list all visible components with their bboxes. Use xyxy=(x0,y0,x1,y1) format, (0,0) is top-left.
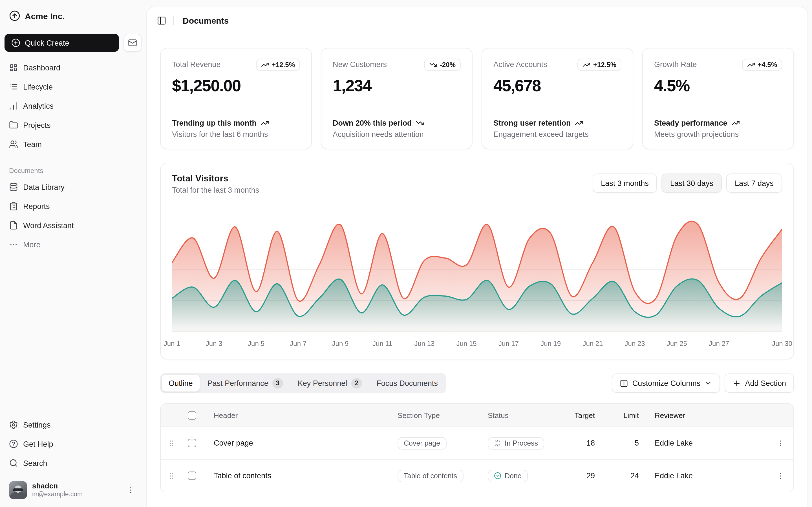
sidebar-item-search[interactable]: Search xyxy=(4,454,142,472)
user-email: m@example.com xyxy=(32,491,119,498)
sidebar-item-projects[interactable]: Projects xyxy=(4,116,142,134)
database-icon xyxy=(9,182,18,191)
user-name: shadcn xyxy=(32,482,119,491)
sidebar-item-word-assistant[interactable]: Word Assistant xyxy=(4,216,142,234)
stat-cards: Total Revenue +12.5% $1,250.00 Trending … xyxy=(147,34,808,149)
tab-count-badge: 2 xyxy=(351,378,362,388)
inbox-button[interactable] xyxy=(123,34,142,52)
status-badge: Done xyxy=(488,469,528,482)
row-checkbox[interactable] xyxy=(188,471,196,480)
sidebar-item-team[interactable]: Team xyxy=(4,135,142,153)
circle-check-icon xyxy=(494,472,501,480)
trend-badge: +12.5% xyxy=(577,59,621,71)
trend-badge: -20% xyxy=(424,59,461,71)
section-type-badge: Cover page xyxy=(398,437,446,449)
target-value[interactable]: 18 xyxy=(555,439,595,447)
tab-focus-documents[interactable]: Focus Documents xyxy=(370,375,445,392)
stat-value: 1,234 xyxy=(333,76,461,95)
bar-chart-icon xyxy=(9,101,18,110)
sidebar-item-analytics[interactable]: Analytics xyxy=(4,97,142,115)
row-header[interactable]: Cover page xyxy=(210,439,398,447)
sidebar: Acme Inc. Quick Create Dashboard xyxy=(0,0,146,507)
stat-value: 4.5% xyxy=(654,76,782,95)
sidebar-item-lifecycle[interactable]: Lifecycle xyxy=(4,78,142,96)
range-last-30-days[interactable]: Last 30 days xyxy=(662,173,722,193)
tab-key-personnel[interactable]: Key Personnel 2 xyxy=(291,375,369,392)
topbar-separator xyxy=(173,16,174,25)
sidebar-item-get-help[interactable]: Get Help xyxy=(4,435,142,453)
add-section-button[interactable]: Add Section xyxy=(725,374,794,393)
trending-down-icon xyxy=(416,119,424,127)
drag-handle-icon[interactable] xyxy=(167,439,188,447)
tab-outline[interactable]: Outline xyxy=(162,375,200,392)
ellipsis-icon xyxy=(9,240,18,249)
sidebar-item-more[interactable]: More xyxy=(4,235,142,253)
mail-icon xyxy=(128,38,137,47)
target-value[interactable]: 29 xyxy=(555,471,595,480)
table-row[interactable]: Table of contents Table of contents Done… xyxy=(161,459,794,492)
row-header[interactable]: Table of contents xyxy=(210,471,398,480)
topbar: Documents xyxy=(147,7,808,34)
range-last-3-months[interactable]: Last 3 months xyxy=(592,173,657,193)
list-toolbar: Outline Past Performance 3 Key Personnel… xyxy=(147,359,808,393)
x-tick-label: Jun 23 xyxy=(625,340,645,348)
trending-up-icon xyxy=(261,61,269,69)
row-menu-kebab-icon[interactable] xyxy=(769,439,792,447)
row-menu-kebab-icon[interactable] xyxy=(769,472,792,480)
sections-table: Header Section Type Status Target Limit … xyxy=(160,403,794,492)
sidebar-item-settings[interactable]: Settings xyxy=(4,416,142,434)
x-tick-label: Jun 5 xyxy=(248,340,264,348)
avatar xyxy=(9,481,27,499)
sidebar-item-dashboard[interactable]: Dashboard xyxy=(4,59,142,76)
main-scroll: Total Revenue +12.5% $1,250.00 Trending … xyxy=(147,34,808,507)
search-icon xyxy=(9,459,18,467)
arrow-up-circle-icon xyxy=(9,10,20,21)
select-all-checkbox[interactable] xyxy=(188,411,196,419)
user-menu-kebab-icon[interactable] xyxy=(124,484,137,496)
tab-count-badge: 3 xyxy=(272,378,283,388)
reviewer[interactable]: Eddie Lake xyxy=(639,439,769,447)
x-tick-label: Jun 27 xyxy=(709,340,729,348)
range-last-7-days[interactable]: Last 7 days xyxy=(726,173,782,193)
x-tick-label: Jun 13 xyxy=(414,340,435,348)
sidebar-documents-nav: Data Library Reports Word Assistant More xyxy=(4,178,142,253)
limit-value[interactable]: 24 xyxy=(595,471,639,480)
status-badge: In Process xyxy=(488,437,544,449)
clipboard-icon xyxy=(9,202,18,211)
x-tick-label: Jun 17 xyxy=(499,340,519,348)
stat-value: $1,250.00 xyxy=(172,76,300,95)
documents-section-label: Documents xyxy=(4,167,142,175)
stat-card-active-accounts: Active Accounts +12.5% 45,678 Strong use… xyxy=(481,48,633,149)
x-tick-label: Jun 15 xyxy=(456,340,477,348)
page-title: Documents xyxy=(183,16,229,25)
org-switcher[interactable]: Acme Inc. xyxy=(4,6,142,26)
table-row[interactable]: Cover page Cover page In Process 18 5 Ed… xyxy=(161,427,794,459)
tab-past-performance[interactable]: Past Performance 3 xyxy=(201,375,290,392)
stat-card-growth-rate: Growth Rate +4.5% 4.5% Steady performanc… xyxy=(642,48,794,149)
customize-columns-button[interactable]: Customize Columns xyxy=(612,374,720,393)
trend-badge: +12.5% xyxy=(256,59,300,71)
stat-value: 45,678 xyxy=(493,76,621,95)
columns-icon xyxy=(620,379,628,387)
visitors-chart-card: Total Visitors Total for the last 3 mont… xyxy=(160,163,794,359)
x-tick-label: Jun 19 xyxy=(541,340,561,348)
x-tick-label: Jun 1 xyxy=(164,340,181,348)
table-header-row: Header Section Type Status Target Limit … xyxy=(161,404,794,427)
gear-icon xyxy=(9,420,18,429)
limit-value[interactable]: 5 xyxy=(595,439,639,447)
user-menu[interactable]: shadcn m@example.com xyxy=(4,478,142,499)
x-tick-label: Jun 11 xyxy=(372,340,392,348)
folder-icon xyxy=(9,121,18,129)
row-checkbox[interactable] xyxy=(188,439,196,447)
drag-handle-icon[interactable] xyxy=(167,472,188,480)
app: Acme Inc. Quick Create Dashboard xyxy=(0,0,812,507)
sidebar-item-reports[interactable]: Reports xyxy=(4,197,142,215)
plus-icon xyxy=(732,379,741,387)
x-tick-label: Jun 9 xyxy=(332,340,349,348)
list-icon xyxy=(9,82,18,91)
quick-create-button[interactable]: Quick Create xyxy=(4,34,119,52)
help-circle-icon xyxy=(9,439,18,448)
sidebar-item-data-library[interactable]: Data Library xyxy=(4,178,142,196)
reviewer[interactable]: Eddie Lake xyxy=(639,471,769,480)
sidebar-toggle-icon[interactable] xyxy=(157,16,166,25)
